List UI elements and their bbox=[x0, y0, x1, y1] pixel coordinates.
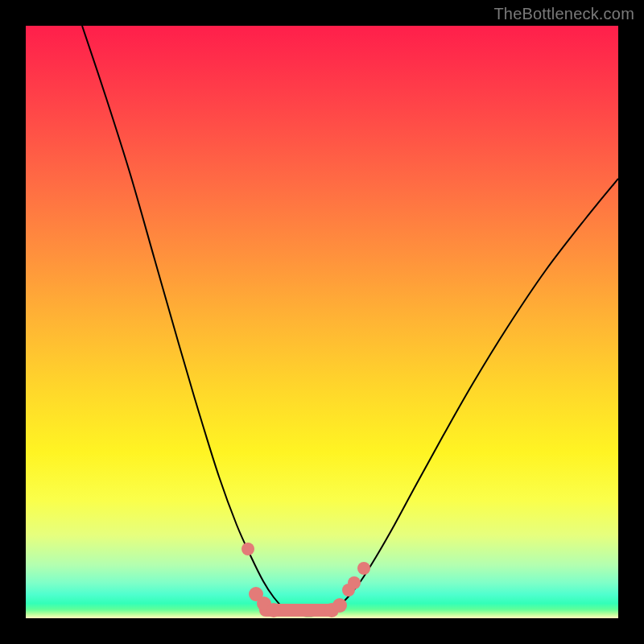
plot-area bbox=[26, 26, 618, 618]
outer-frame: TheBottleneck.com bbox=[0, 0, 644, 644]
marker-dot bbox=[357, 562, 370, 575]
marker-dot bbox=[242, 543, 254, 555]
chart-svg bbox=[26, 26, 618, 618]
marker-dot bbox=[332, 598, 347, 613]
bottleneck-curve bbox=[82, 26, 618, 616]
marker-dot bbox=[348, 576, 361, 589]
curve-markers bbox=[242, 543, 370, 617]
watermark-text: TheBottleneck.com bbox=[493, 5, 634, 23]
marker-dot bbox=[266, 603, 281, 617]
